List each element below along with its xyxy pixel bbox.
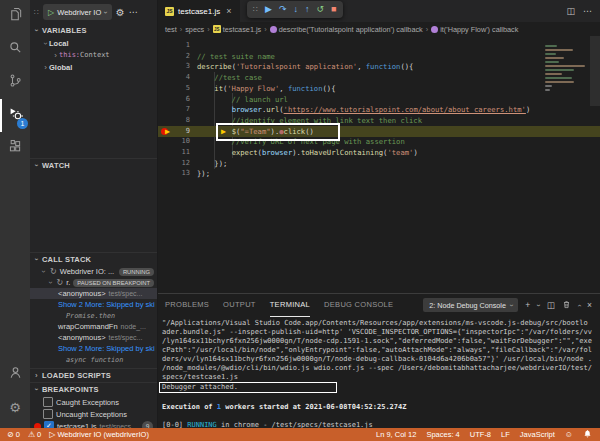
line-number[interactable]: 12 — [157, 158, 190, 169]
line-number[interactable]: 2 — [157, 51, 190, 62]
callstack-meta[interactable]: Promise.then — [30, 310, 157, 321]
callstack-frame[interactable]: <anonymous>test/spec... — [30, 288, 157, 299]
account-icon — [8, 365, 23, 384]
status-warning[interactable]: ⚠0 — [28, 430, 41, 439]
callstack-link[interactable]: Show 2 More: Skipped by ski — [30, 343, 157, 354]
maximize-panel-icon[interactable]: › — [575, 304, 582, 306]
checkbox[interactable] — [43, 409, 53, 419]
breadcrumb-item[interactable]: it('Happy Flow') callback — [431, 25, 518, 34]
gear-icon: ⚙ — [9, 400, 21, 415]
restart-icon[interactable]: ↺ — [317, 1, 325, 18]
breadcrumb-separator: › — [426, 25, 428, 34]
breadcrumb-item[interactable]: test — [165, 25, 177, 34]
kill-terminal-icon[interactable] — [562, 300, 571, 311]
breadcrumb-label: testcase1.js — [223, 25, 262, 34]
continue-icon[interactable]: ▶ — [265, 1, 272, 18]
debug-config-dropdown[interactable]: ▷ Webdriver IO › — [43, 4, 112, 20]
callstack-meta[interactable]: async function — [30, 354, 157, 365]
more-actions-icon[interactable]: ⋯ — [129, 7, 138, 17]
line-number[interactable]: 7 — [157, 104, 190, 115]
status-spaces-4[interactable]: Spaces: 4 — [426, 430, 459, 439]
split-terminal-icon[interactable]: ◫ — [547, 300, 555, 310]
manage-button[interactable]: ⚙ — [0, 391, 30, 424]
more-actions-icon[interactable]: ⋯ — [583, 6, 592, 16]
variables-item[interactable]: ›this: Context — [30, 49, 157, 61]
sidebar-item-extensions[interactable] — [0, 132, 30, 165]
checkbox[interactable] — [43, 397, 53, 407]
breakpoint-item[interactable]: Caught Exceptions — [30, 396, 157, 408]
line-number[interactable]: 5 — [157, 83, 190, 94]
terminal-line — [162, 412, 600, 421]
sidebar-item-run-and-debug[interactable]: 1 — [0, 99, 30, 132]
code-text: $("=Team").●click() — [197, 126, 314, 137]
code-line: 10 //verify URL of next page with assert… — [157, 136, 600, 147]
callstack-label: <anonymous> — [58, 289, 106, 298]
call-stack-header[interactable]: › CALL STACK — [30, 253, 157, 266]
breakpoint-item[interactable]: ✓testcase1.jstest/specs9 — [30, 420, 157, 428]
tab-testcase1[interactable]: JS testcase1.js × — [157, 0, 240, 22]
checkbox[interactable]: ✓ — [44, 421, 54, 428]
account-button[interactable] — [0, 358, 30, 391]
status-error[interactable]: ⊘0 — [7, 430, 20, 439]
sidebar-item-search[interactable] — [0, 33, 30, 66]
status-label: Ln 9, Col 12 — [376, 430, 416, 439]
variables-header[interactable]: › VARIABLES — [30, 24, 157, 37]
callstack-thread[interactable]: ›↻r.PAUSED ON BREAKPOINT — [30, 277, 157, 288]
status-javascript[interactable]: JavaScript — [520, 430, 555, 439]
callstack-label: async function — [66, 356, 123, 364]
sidebar-item-explorer[interactable] — [0, 0, 30, 33]
watch-header[interactable]: › WATCH — [30, 159, 157, 172]
variable-name: this: — [59, 51, 80, 59]
line-number[interactable]: 6 — [157, 94, 190, 105]
sidebar-item-source-control[interactable] — [0, 66, 30, 99]
split-editor-icon[interactable]: ◫ — [566, 6, 575, 16]
breadcrumb-item[interactable]: specs — [185, 25, 204, 34]
panel-tab-terminal[interactable]: TERMINAL — [270, 294, 310, 317]
status-utf-8[interactable]: UTF-8 — [470, 430, 491, 439]
variables-item[interactable]: ›Local — [30, 37, 157, 49]
chevron-down-icon[interactable]: › — [535, 304, 542, 306]
callstack-detail: test/spec... — [109, 290, 143, 297]
line-number[interactable]: 11 — [157, 147, 190, 158]
step-into-icon[interactable]: ↓ — [294, 1, 299, 18]
js-file-icon: JS — [213, 25, 221, 33]
breakpoints-header[interactable]: › BREAKPOINTS — [30, 383, 157, 396]
close-icon[interactable]: × — [226, 6, 231, 16]
close-panel-icon[interactable]: × — [587, 300, 592, 310]
status-lf[interactable]: LF — [501, 430, 510, 439]
panel-tab-debug-console[interactable]: DEBUG CONSOLE — [324, 294, 393, 316]
panel-tab-problems[interactable]: PROBLEMS — [165, 294, 209, 316]
line-number[interactable]: 4 — [157, 72, 190, 83]
debug-sidebar: ∷ ▷ Webdriver IO › ⚙ ⋯ › VARIABLES ›Loca… — [30, 0, 158, 428]
console-select[interactable]: 2: Node Debug Console › — [423, 298, 518, 312]
callstack-frame[interactable]: <anonymous>test/spec... — [30, 332, 157, 343]
loaded-scripts-header[interactable]: › LOADED SCRIPTS — [30, 369, 157, 382]
debug-settings-gear-icon[interactable]: ⚙ — [116, 7, 125, 18]
panel-tab-output[interactable]: OUTPUT — [223, 294, 256, 316]
status-ln-9-col-12[interactable]: Ln 9, Col 12 — [376, 430, 416, 439]
step-over-icon[interactable]: ↷ — [279, 1, 287, 18]
status-debug[interactable]: ▷Webdriver IO (webdriverIO) — [49, 430, 149, 439]
breadcrumb-item[interactable]: JStestcase1.js — [213, 25, 262, 34]
code-line: 4 //test case — [157, 72, 600, 83]
status-bell[interactable] — [583, 429, 592, 440]
variables-item[interactable]: ›Global — [30, 61, 157, 73]
new-terminal-icon[interactable]: + — [525, 300, 530, 310]
callstack-link[interactable]: Show 2 More: Skipped by ski — [30, 299, 157, 310]
callstack-session[interactable]: ›↻Webdriver IO: ...RUNNING — [30, 266, 157, 277]
line-number[interactable]: 10 — [157, 136, 190, 147]
step-out-icon[interactable]: ↑ — [305, 1, 310, 18]
chevron-down-icon: › — [39, 268, 48, 275]
line-number[interactable]: 1 — [157, 40, 190, 51]
status-feedback[interactable]: ☺ — [565, 430, 573, 439]
stop-icon[interactable]: ■ — [331, 1, 336, 18]
line-number[interactable]: 8 — [157, 115, 190, 126]
line-number[interactable]: 3 — [157, 61, 190, 72]
line-number[interactable]: 13 — [157, 168, 190, 179]
breakpoint-item[interactable]: Uncaught Exceptions — [30, 408, 157, 420]
symbol-method-icon — [431, 26, 438, 33]
callstack-frame[interactable]: wrapCommandFnnode_... — [30, 321, 157, 332]
breadcrumb-label: describe('Tutorialspoint application') c… — [279, 25, 423, 34]
code-line: 7 browser.url('https://www.tutorialspoin… — [157, 104, 600, 115]
breadcrumb-item[interactable]: describe('Tutorialspoint application') c… — [270, 25, 423, 34]
